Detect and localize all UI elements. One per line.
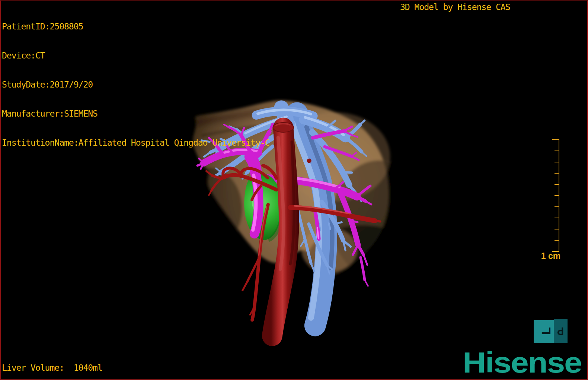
manufacturer-line: Manufacturer:SIEMENS [2, 109, 269, 118]
orientation-letter-posterior: P [557, 325, 564, 338]
scale-tick [555, 162, 559, 162]
scale-tick [555, 218, 559, 218]
scale-tick [555, 195, 559, 196]
patient-info-block: PatientID:2508805 Device:CT StudyDate:20… [2, 2, 269, 167]
scale-tick [555, 229, 559, 229]
scale-tick [555, 173, 559, 174]
liver-volume-readout: Liver Volume: 1040ml [2, 363, 102, 373]
orientation-letter-left: L [539, 327, 553, 335]
patient-id-line: PatientID:2508805 [2, 22, 269, 31]
scale-tick [552, 139, 559, 140]
study-date-line: StudyDate:2017/9/20 [2, 80, 269, 89]
scale-tick [555, 151, 559, 151]
device-line: Device:CT [2, 51, 269, 60]
orientation-cube-side-face[interactable]: P [554, 319, 568, 343]
viewer-canvas: PatientID:2508805 Device:CT StudyDate:20… [0, 0, 588, 380]
scale-bar-label: 1 cm [539, 251, 563, 261]
scale-tick [555, 184, 559, 185]
orientation-cube[interactable]: L P [534, 319, 568, 343]
scale-tick [555, 240, 559, 241]
scale-bar [552, 139, 559, 252]
watermark-title: 3D Model by Hisense CAS [400, 2, 510, 12]
orientation-cube-front-face[interactable]: L [534, 320, 554, 343]
institution-name-line: InstitutionName:Affiliated Hospital Qing… [2, 138, 269, 148]
scale-tick [555, 206, 559, 207]
hisense-logo: Hisense [463, 348, 581, 377]
